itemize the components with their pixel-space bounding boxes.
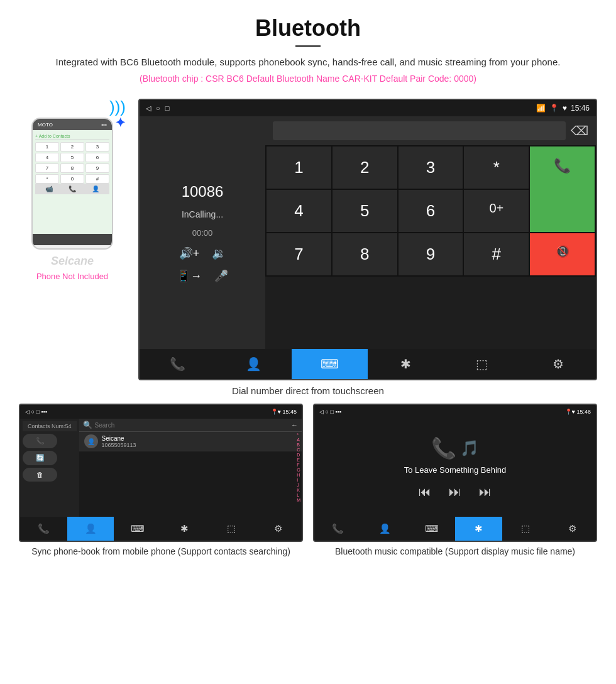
music-tab-bt[interactable]: ✱ <box>455 517 502 541</box>
page-header: Bluetooth Integrated with BC6 Bluetooth … <box>0 0 616 89</box>
music-tab-contacts[interactable]: 👤 <box>361 517 409 541</box>
phone-image-area: ))) ✦ MOTO ▪▪▪ + Add to Contacts 1 2 3 4 <box>19 99 126 281</box>
phonebook-caption: Sync phone-book from mobile phone (Suppo… <box>19 542 303 562</box>
key-9[interactable]: 9 <box>399 233 463 275</box>
phone-key-4[interactable]: 4 <box>35 153 59 162</box>
tab-settings[interactable]: ⚙ <box>520 349 596 379</box>
pb-tab-settings[interactable]: ⚙ <box>255 517 302 541</box>
phone-key-hash[interactable]: # <box>85 174 109 184</box>
end-call-button[interactable]: 📵 <box>530 233 595 275</box>
phone-screen: + Add to Contacts 1 2 3 4 5 6 7 8 9 * 0 … <box>33 130 112 234</box>
phone-key-0[interactable]: 0 <box>60 174 84 184</box>
main-caption: Dial number direct from touchscreen <box>0 380 616 404</box>
key-8[interactable]: 8 <box>333 233 397 275</box>
phone-key-6[interactable]: 6 <box>85 153 109 162</box>
pb-bottom-bar: 📞 👤 ⌨ ✱ ⬚ ⚙ <box>20 517 302 541</box>
transfer-tab-icon: ⬚ <box>476 356 488 372</box>
pb-call-btn[interactable]: 📞 <box>23 434 57 448</box>
pb-tab-phone[interactable]: 📞 <box>20 517 67 541</box>
key-star[interactable]: * <box>464 146 529 189</box>
volume-up-icon[interactable]: 🔊+ <box>179 246 200 260</box>
volume-down-icon[interactable]: 🔉 <box>212 246 226 260</box>
pb-search-icon: 🔍 <box>83 421 92 429</box>
bt-chip-info: (Bluetooth chip : CSR BC6 Default Blueto… <box>0 74 616 84</box>
sim-icon: 📶 <box>536 104 546 113</box>
pb-tab-contacts[interactable]: 👤 <box>67 517 114 541</box>
phone-key-3[interactable]: 3 <box>85 142 109 152</box>
phone-key-8[interactable]: 8 <box>60 163 84 173</box>
pb-nav-icons: ◁ ○ □ ▪▪▪ <box>25 409 47 415</box>
pb-alpha-k: K <box>297 488 300 492</box>
pb-main-content: Contacts Num:54 📞 🔄 🗑 🔍 ← 👤 S <box>20 419 302 517</box>
dial-right-panel: ⌫ 1 2 3 * 📞 4 5 6 0+ 7 8 9 <box>265 116 596 349</box>
key-5[interactable]: 5 <box>333 190 397 232</box>
dial-input-row: ⌫ <box>265 116 596 145</box>
play-pause-icon[interactable]: ⏭ <box>449 485 461 499</box>
pb-left-panel: Contacts Num:54 📞 🔄 🗑 <box>20 419 79 517</box>
keypad-grid: 1 2 3 * 📞 4 5 6 0+ 7 8 9 # 📵 <box>265 145 596 277</box>
pb-tab-transfer[interactable]: ⬚ <box>208 517 255 541</box>
tab-phone[interactable]: 📞 <box>140 349 216 379</box>
phone-key-5[interactable]: 5 <box>60 153 84 162</box>
back-nav-icon: ◁ <box>146 104 151 113</box>
tab-transfer[interactable]: ⬚ <box>444 349 520 379</box>
music-note-icon: 🎵 <box>460 439 479 457</box>
mic-icon[interactable]: 🎤 <box>214 269 228 283</box>
dial-input-field[interactable] <box>273 121 566 140</box>
pb-tab-bt[interactable]: ✱ <box>161 517 208 541</box>
key-6[interactable]: 6 <box>399 190 463 232</box>
music-bt-tab-icon: ✱ <box>475 523 483 534</box>
music-tab-settings[interactable]: ⚙ <box>549 517 596 541</box>
key-3[interactable]: 3 <box>399 146 463 189</box>
key-7[interactable]: 7 <box>267 233 331 275</box>
dial-display-number: 10086 <box>182 183 224 201</box>
next-track-icon[interactable]: ⏭ <box>479 485 492 499</box>
music-tab-keypad[interactable]: ⌨ <box>408 517 455 541</box>
pb-contacts-count: Contacts Num:54 <box>23 421 77 431</box>
location-icon: 📍 <box>549 104 559 113</box>
phone-key-9[interactable]: 9 <box>85 163 109 173</box>
music-song-title: To Leave Something Behind <box>404 465 507 475</box>
tab-keypad[interactable]: ⌨ <box>292 349 368 379</box>
key-4[interactable]: 4 <box>267 190 331 232</box>
transfer-icon[interactable]: 📱→ <box>177 269 202 283</box>
phone-key-star[interactable]: * <box>35 174 59 184</box>
music-screen: ◁ ○ □ ▪▪▪ 📍♥ 15:46 📞 🎵 To Leave Somethin… <box>313 404 597 542</box>
page-description: Integrated with BC6 Bluetooth module, su… <box>0 55 616 70</box>
music-card: ◁ ○ □ ▪▪▪ 📍♥ 15:46 📞 🎵 To Leave Somethin… <box>313 404 597 562</box>
music-main-area: 📞 🎵 To Leave Something Behind ⏮ ⏭ ⏭ <box>314 419 596 517</box>
backspace-icon[interactable]: ⌫ <box>571 123 588 138</box>
music-status-right: 📍♥ 15:46 <box>565 409 591 415</box>
phone-mockup: MOTO ▪▪▪ + Add to Contacts 1 2 3 4 5 6 7… <box>31 118 113 250</box>
pb-contact-number: 10655059113 <box>102 442 297 448</box>
pb-alpha-h: H <box>297 473 300 477</box>
phone-tab-icon: 📞 <box>170 356 185 372</box>
phone-key-7[interactable]: 7 <box>35 163 59 173</box>
key-0plus[interactable]: 0+ <box>464 190 529 232</box>
tab-contacts[interactable]: 👤 <box>216 349 292 379</box>
music-tab-phone[interactable]: 📞 <box>314 517 361 541</box>
pb-delete-btn[interactable]: 🗑 <box>23 468 57 482</box>
tab-bluetooth[interactable]: ✱ <box>368 349 444 379</box>
prev-track-icon[interactable]: ⏮ <box>419 485 431 499</box>
status-right-icons: 📶 📍 ♥ 15:46 <box>536 104 590 113</box>
pb-alpha-f: F <box>297 463 300 467</box>
phone-key-1[interactable]: 1 <box>35 142 59 152</box>
phone-key-2[interactable]: 2 <box>60 142 84 152</box>
music-tab-transfer[interactable]: ⬚ <box>502 517 549 541</box>
pb-avatar: 👤 <box>84 434 98 448</box>
key-1[interactable]: 1 <box>267 146 331 189</box>
pb-sync-btn[interactable]: 🔄 <box>23 451 57 465</box>
pb-search-input[interactable] <box>95 422 289 429</box>
music-status-bar: ◁ ○ □ ▪▪▪ 📍♥ 15:46 <box>314 405 596 419</box>
pb-alpha-l: L <box>297 493 300 497</box>
phone-status-icons: ▪▪▪ <box>101 122 107 128</box>
key-2[interactable]: 2 <box>333 146 397 189</box>
call-button[interactable]: 📞 <box>530 146 595 232</box>
android-screen-large: ◁ ○ □ 📶 📍 ♥ 15:46 10086 InCalling... 00:… <box>138 99 597 380</box>
phone-bottom-bar <box>33 234 112 245</box>
music-transfer-tab-icon: ⬚ <box>521 523 530 534</box>
pb-tab-keypad[interactable]: ⌨ <box>114 517 161 541</box>
key-hash[interactable]: # <box>464 233 529 275</box>
pb-contact-item[interactable]: 👤 Seicane 10655059113 <box>79 432 302 451</box>
